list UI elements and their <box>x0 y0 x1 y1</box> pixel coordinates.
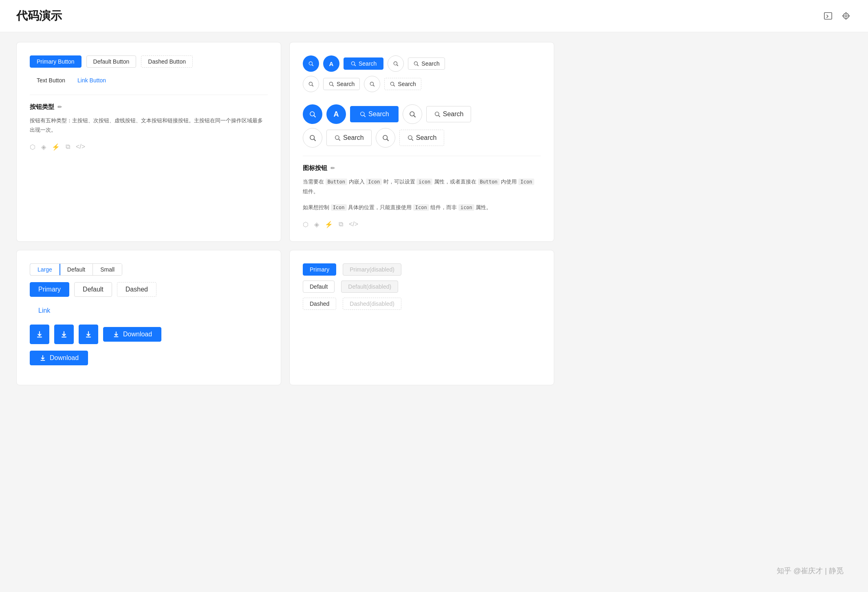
lightning-icon-3[interactable]: ⚡ <box>325 221 333 228</box>
svg-line-28 <box>314 139 315 141</box>
size-dashed-btn[interactable]: Dashed <box>117 282 156 297</box>
icon-btn-search-default-1[interactable]: Search <box>408 57 445 70</box>
section-desc-3: 当需要在 Button 内嵌入 Icon 时，可以设置 icon 属性，或者直接… <box>303 177 541 196</box>
size-primary-btn[interactable]: Primary <box>30 282 69 297</box>
icon-btn-circle-outline-lg[interactable] <box>403 104 422 124</box>
disabled-default-disabled: Default(disabled) <box>341 281 398 293</box>
icon-btn-search-solid-1[interactable]: Search <box>344 57 383 70</box>
section-title-1: 按钮类型 ✏ <box>30 103 268 111</box>
size-link-btn[interactable]: Link <box>30 303 59 318</box>
disabled-grid: Primary Primary(disabled) Default Defaul… <box>303 263 541 310</box>
link-button[interactable]: Link Button <box>77 77 106 84</box>
section-desc-1: 按钮有五种类型：主按钮、次按钮、虚线按钮、文本按钮和链接按钮。主按钮在同一个操作… <box>30 116 268 135</box>
svg-point-21 <box>361 112 364 116</box>
icon-btn-circle-letter[interactable]: A <box>323 55 339 72</box>
size-tabs: Large Default Small <box>30 263 122 276</box>
default-button[interactable]: Default Button <box>86 55 137 68</box>
section-title-3: 图标按钮 ✏ <box>303 164 541 172</box>
code-icon[interactable]: </> <box>76 143 85 151</box>
icon-btn-search-default-lg-2[interactable]: Search <box>326 130 372 146</box>
settings-icon[interactable] <box>840 10 852 22</box>
icon-btn-circle-outline-lg-2[interactable] <box>303 128 322 148</box>
disabled-row-2: Default Default(disabled) <box>303 281 541 293</box>
copy-icon-3[interactable]: ⧉ <box>339 221 343 228</box>
size-btn-row-3: Download <box>30 325 268 344</box>
tab-default[interactable]: Default <box>60 264 93 275</box>
toolbar-icons-3: ⬡ ◈ ⚡ ⧉ </> <box>303 221 541 228</box>
download-icon-btn-1[interactable] <box>30 325 49 344</box>
icon-btn-circle-letter-lg[interactable]: A <box>326 104 346 124</box>
codepen-icon[interactable]: ◈ <box>41 143 46 151</box>
icon-btn-circle-outline-3[interactable] <box>364 76 380 92</box>
svg-point-23 <box>410 112 414 116</box>
code-icon-3[interactable]: </> <box>349 221 358 228</box>
toolbar-icons-1: ⬡ ◈ ⚡ ⧉ </> <box>30 143 268 151</box>
icon-btn-search-dashed-1[interactable]: Search <box>384 78 421 90</box>
divider-3 <box>303 156 541 156</box>
icon-btn-search-dashed-lg[interactable]: Search <box>399 130 445 146</box>
size-default-btn[interactable]: Default <box>74 282 112 297</box>
lightning-icon[interactable]: ⚡ <box>52 143 60 151</box>
edit-icon[interactable]: ✏ <box>57 104 62 110</box>
svg-line-22 <box>364 115 366 117</box>
download-icon-btn-2[interactable] <box>54 325 74 344</box>
svg-line-12 <box>312 85 313 86</box>
size-btn-row-1: Primary Default Dashed <box>30 282 268 297</box>
dashed-button[interactable]: Dashed Button <box>141 55 193 68</box>
icon-btn-circle-search-blue-sm[interactable] <box>303 55 319 72</box>
icon-btn-row-3: A Search Search <box>303 104 541 124</box>
svg-point-15 <box>370 82 374 85</box>
terminal-icon[interactable] <box>822 10 834 22</box>
svg-line-16 <box>373 85 375 86</box>
svg-point-25 <box>435 112 438 116</box>
edit-icon-3[interactable]: ✏ <box>330 165 335 171</box>
disabled-primary-active[interactable]: Primary <box>303 263 336 276</box>
main-content: Primary Button Default Button Dashed But… <box>0 32 571 395</box>
disabled-row-1: Primary Primary(disabled) <box>303 263 541 276</box>
tab-large[interactable]: Large <box>30 264 60 275</box>
download-btn-1[interactable]: Download <box>103 327 161 342</box>
disabled-dashed-active[interactable]: Dashed <box>303 298 336 310</box>
svg-point-33 <box>408 136 412 139</box>
download-btn-2[interactable]: Download <box>30 351 88 365</box>
icon-btn-circle-outline-2[interactable] <box>303 76 319 92</box>
tab-small[interactable]: Small <box>93 264 122 275</box>
svg-line-6 <box>355 65 356 66</box>
button-row-1: Primary Button Default Button Dashed But… <box>30 55 268 68</box>
disabled-default-active[interactable]: Default <box>303 281 335 293</box>
icon-btn-row-4: Search Search <box>303 128 541 148</box>
text-button[interactable]: Text Button <box>30 74 72 86</box>
primary-button[interactable]: Primary Button <box>30 55 82 68</box>
svg-line-8 <box>397 65 398 66</box>
3d-icon[interactable]: ⬡ <box>30 143 35 151</box>
svg-line-32 <box>387 139 388 141</box>
icon-btn-circle-search-blue-lg[interactable] <box>303 104 322 124</box>
icon-btn-circle-outline-1[interactable] <box>388 55 404 72</box>
svg-point-9 <box>414 62 418 65</box>
icon-btn-row-2: Search Search <box>303 76 541 92</box>
svg-point-29 <box>335 136 339 139</box>
svg-line-10 <box>417 65 419 66</box>
page-title: 代码演示 <box>16 8 62 24</box>
header-icons <box>822 10 852 22</box>
svg-point-7 <box>394 62 397 65</box>
disabled-row-3: Dashed Dashed(disabled) <box>303 298 541 310</box>
card-disabled-buttons: Primary Primary(disabled) Default Defaul… <box>289 250 554 385</box>
svg-line-24 <box>414 115 415 117</box>
download-icon-btn-3[interactable] <box>79 325 98 344</box>
codepen-icon-3[interactable]: ◈ <box>314 221 319 228</box>
disabled-dashed-disabled: Dashed(disabled) <box>343 298 401 310</box>
icon-btn-search-default-2[interactable]: Search <box>323 78 360 90</box>
icon-btn-circle-outline-lg-3[interactable] <box>376 128 395 148</box>
3d-icon-3[interactable]: ⬡ <box>303 221 308 228</box>
svg-point-11 <box>309 82 312 85</box>
icon-btn-search-solid-lg[interactable]: Search <box>350 106 399 122</box>
svg-line-20 <box>314 115 315 117</box>
copy-icon[interactable]: ⧉ <box>66 143 70 151</box>
icon-btn-search-default-lg[interactable]: Search <box>426 106 471 122</box>
section-desc-3b: 如果想控制 Icon 具体的位置，只能直接使用 Icon 组件，而非 icon … <box>303 203 541 212</box>
svg-point-27 <box>310 135 315 140</box>
size-btn-row-4: Download <box>30 351 268 365</box>
svg-point-5 <box>351 62 355 65</box>
svg-point-13 <box>329 82 333 85</box>
